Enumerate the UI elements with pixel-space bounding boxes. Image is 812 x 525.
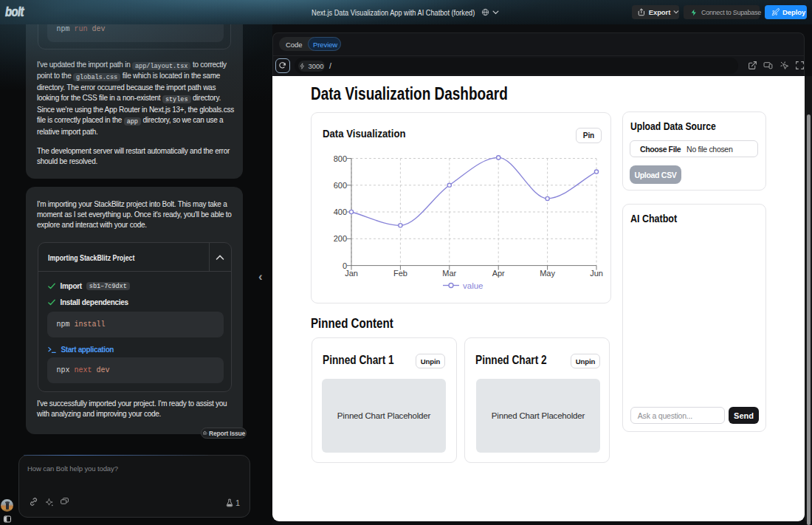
svg-text:400: 400	[334, 207, 347, 216]
svg-text:May: May	[540, 269, 555, 278]
svg-text:Jun: Jun	[590, 269, 603, 278]
svg-text:Apr: Apr	[492, 269, 505, 278]
svg-text:200: 200	[334, 234, 347, 243]
svg-text:600: 600	[334, 181, 347, 190]
svg-text:Mar: Mar	[442, 269, 456, 278]
svg-text:800: 800	[334, 154, 347, 163]
svg-text:Jan: Jan	[345, 269, 358, 278]
svg-text:Feb: Feb	[393, 269, 407, 278]
svg-text:value: value	[463, 281, 484, 290]
